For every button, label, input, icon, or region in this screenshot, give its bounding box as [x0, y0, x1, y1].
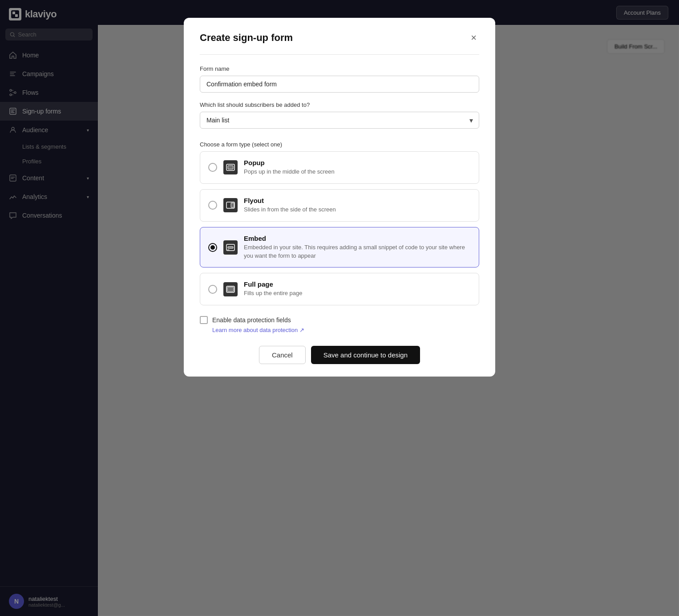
- list-selector-group: Which list should subscribers be added t…: [200, 101, 479, 129]
- embed-name: Embed: [244, 235, 471, 242]
- flyout-radio: [208, 201, 217, 210]
- popup-desc: Pops up in the middle of the screen: [244, 168, 471, 176]
- data-protection-checkbox[interactable]: [200, 316, 208, 324]
- embed-info: Embed Embedded in your site. This requir…: [244, 235, 471, 260]
- create-signup-form-modal: Create sign-up form × Form name Which li…: [184, 18, 495, 377]
- form-type-popup[interactable]: Popup Pops up in the middle of the scree…: [200, 151, 479, 184]
- modal-close-button[interactable]: ×: [468, 32, 479, 44]
- flyout-icon: [223, 198, 238, 212]
- form-type-embed[interactable]: Embed Embedded in your site. This requir…: [200, 227, 479, 268]
- svg-rect-13: [231, 203, 234, 207]
- popup-radio: [208, 163, 217, 172]
- modal-divider: [200, 54, 479, 55]
- embed-desc: Embedded in your site. This requires add…: [244, 243, 471, 260]
- svg-rect-15: [228, 247, 233, 248]
- flyout-name: Flyout: [244, 197, 471, 204]
- list-select-wrapper: Main listNewsletterPromotions ▾: [200, 112, 479, 129]
- save-continue-button[interactable]: Save and continue to design: [311, 346, 420, 364]
- form-type-flyout[interactable]: Flyout Slides in from the side of the sc…: [200, 189, 479, 222]
- external-link-icon: ↗: [299, 327, 304, 333]
- list-select[interactable]: Main listNewsletterPromotions: [200, 112, 479, 129]
- embed-radio-inner: [210, 245, 215, 250]
- flyout-desc: Slides in from the side of the screen: [244, 206, 471, 214]
- list-selector-label: Which list should subscribers be added t…: [200, 101, 479, 108]
- popup-info: Popup Pops up in the middle of the scree…: [244, 159, 471, 176]
- learn-more-link[interactable]: Learn more about data protection ↗: [212, 327, 479, 333]
- modal-header: Create sign-up form ×: [200, 32, 479, 44]
- full-page-desc: Fills up the entire page: [244, 289, 471, 298]
- popup-name: Popup: [244, 159, 471, 166]
- form-name-label: Form name: [200, 65, 479, 72]
- flyout-info: Flyout Slides in from the side of the sc…: [244, 197, 471, 214]
- popup-icon: [223, 160, 238, 174]
- data-protection-section: Enable data protection fields Learn more…: [200, 316, 479, 333]
- full-page-name: Full page: [244, 280, 471, 288]
- full-page-info: Full page Fills up the entire page: [244, 280, 471, 298]
- data-protection-label: Enable data protection fields: [212, 316, 291, 324]
- full-page-icon: [223, 282, 238, 296]
- form-type-section-label: Choose a form type (select one): [200, 141, 479, 148]
- svg-rect-17: [227, 287, 234, 292]
- form-name-input[interactable]: [200, 76, 479, 93]
- modal-footer: Cancel Save and continue to design: [200, 346, 479, 364]
- cancel-button[interactable]: Cancel: [259, 346, 306, 364]
- embed-icon: [223, 240, 238, 255]
- embed-radio: [208, 243, 217, 252]
- modal-title: Create sign-up form: [200, 32, 293, 44]
- full-page-radio: [208, 285, 217, 294]
- form-type-full-page[interactable]: Full page Fills up the entire page: [200, 273, 479, 305]
- svg-rect-11: [228, 166, 233, 169]
- data-protection-checkbox-row[interactable]: Enable data protection fields: [200, 316, 479, 324]
- form-name-group: Form name: [200, 65, 479, 93]
- modal-overlay[interactable]: Create sign-up form × Form name Which li…: [0, 0, 679, 616]
